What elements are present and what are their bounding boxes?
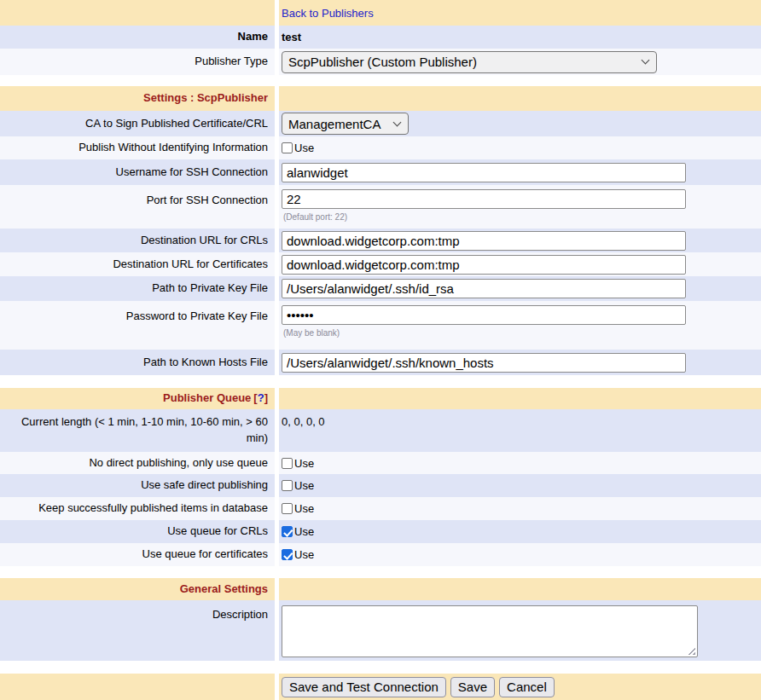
crl-url-label: Destination URL for CRLs — [0, 229, 275, 252]
key-path-label: Path to Private Key File — [0, 276, 275, 301]
keep-published-checkbox[interactable] — [282, 503, 293, 514]
anonymize-label: Publish Without Identifying Information — [0, 136, 275, 159]
queue-crls-label: Use queue for CRLs — [0, 520, 275, 543]
publisher-queue-help-link[interactable]: [?] — [253, 390, 268, 407]
no-direct-label: No direct publishing, only use queue — [0, 452, 275, 474]
empty-header-cell — [0, 0, 275, 26]
description-textarea[interactable] — [282, 605, 698, 657]
queue-crls-checkbox[interactable] — [282, 526, 293, 537]
safe-direct-checkbox[interactable] — [282, 480, 293, 491]
row-name: Name test — [0, 26, 761, 49]
publisher-queue-title: Publisher Queue — [163, 390, 251, 407]
row-key-password: Password to Private Key File (May be bla… — [0, 301, 761, 350]
ssh-port-label: Port for SSH Connection — [0, 185, 275, 229]
spacer — [0, 566, 761, 578]
row-publisher-type: Publisher Type ScpPublisher (Custom Publ… — [0, 49, 761, 75]
row-queue-certs: Use queue for certificates Use — [0, 543, 761, 566]
queue-certs-label: Use queue for certificates — [0, 543, 275, 566]
keep-published-label: Keep successfully published items in dat… — [0, 497, 275, 520]
key-password-input[interactable] — [282, 305, 686, 325]
row-ssh-username: Username for SSH Connection — [0, 159, 761, 185]
publisher-type-selected-value: ScpPublisher (Custom Publisher) — [288, 55, 477, 69]
row-no-direct: No direct publishing, only use queue Use — [0, 452, 761, 474]
publisher-type-select[interactable]: ScpPublisher (Custom Publisher) — [282, 51, 657, 73]
ssh-port-note: (Default port: 22) — [283, 212, 347, 222]
no-direct-checkbox[interactable] — [282, 458, 293, 469]
row-crl-url: Destination URL for CRLs — [0, 229, 761, 252]
safe-direct-label: Use safe direct publishing — [0, 474, 275, 497]
known-hosts-label: Path to Known Hosts File — [0, 350, 275, 375]
publisher-type-label: Publisher Type — [0, 49, 275, 75]
current-length-value: 0, 0, 0, 0 — [279, 409, 761, 452]
row-description: Description — [0, 600, 761, 661]
row-actions: Save and Test Connection Save Cancel — [0, 674, 761, 700]
no-direct-checkbox-label: Use — [294, 457, 314, 470]
ca-sign-select[interactable]: ManagementCA — [282, 113, 409, 135]
safe-direct-checkbox-label: Use — [294, 479, 314, 492]
known-hosts-input[interactable] — [282, 353, 686, 373]
name-value: test — [279, 26, 761, 49]
back-to-publishers-link[interactable]: Back to Publishers — [282, 7, 374, 20]
row-current-length: Current length (< 1 min, 1-10 min, 10-60… — [0, 409, 761, 452]
ca-sign-label: CA to Sign Published Certificate/CRL — [0, 111, 275, 136]
keep-published-checkbox-label: Use — [294, 502, 314, 515]
crl-url-input[interactable] — [282, 231, 686, 251]
row-key-path: Path to Private Key File — [0, 276, 761, 301]
cert-url-label: Destination URL for Certificates — [0, 252, 275, 276]
save-and-test-button[interactable]: Save and Test Connection — [282, 677, 446, 697]
spacer — [0, 375, 761, 388]
name-label: Name — [0, 26, 275, 49]
anonymize-checkbox[interactable] — [282, 142, 293, 153]
cert-url-input[interactable] — [282, 255, 686, 275]
publisher-edit-page: Back to Publishers Name test Publisher T… — [0, 0, 761, 700]
row-scp-settings-header: Settings : ScpPublisher — [0, 86, 761, 111]
ssh-username-input[interactable] — [282, 163, 686, 182]
row-keep-published: Keep successfully published items in dat… — [0, 497, 761, 520]
row-general-header: General Settings — [0, 578, 761, 600]
ca-sign-selected-value: ManagementCA — [288, 117, 380, 131]
queue-certs-checkbox-label: Use — [294, 548, 314, 561]
ssh-port-input[interactable] — [282, 189, 686, 209]
anonymize-checkbox-label: Use — [294, 142, 314, 154]
row-known-hosts: Path to Known Hosts File — [0, 350, 761, 375]
spacer — [0, 75, 761, 86]
general-settings-title: General Settings — [180, 581, 268, 598]
row-back-link: Back to Publishers — [0, 0, 761, 26]
scp-settings-title: Settings : ScpPublisher — [143, 90, 268, 107]
chevron-down-icon — [393, 118, 402, 126]
cancel-button[interactable]: Cancel — [499, 677, 555, 697]
save-button[interactable]: Save — [450, 677, 495, 697]
chevron-down-icon — [642, 56, 650, 65]
queue-crls-checkbox-label: Use — [294, 525, 314, 538]
empty-footer-cell — [0, 674, 275, 700]
key-path-input[interactable] — [282, 279, 686, 298]
row-queue-crls: Use queue for CRLs Use — [0, 520, 761, 543]
spacer — [0, 661, 761, 674]
row-anonymize: Publish Without Identifying Information … — [0, 136, 761, 159]
current-length-label: Current length (< 1 min, 1-10 min, 10-60… — [0, 409, 275, 452]
row-cert-url: Destination URL for Certificates — [0, 252, 761, 276]
row-queue-header: Publisher Queue [?] — [0, 388, 761, 409]
row-ssh-port: Port for SSH Connection (Default port: 2… — [0, 185, 761, 229]
key-password-label: Password to Private Key File — [0, 301, 275, 350]
row-ca-sign: CA to Sign Published Certificate/CRL Man… — [0, 111, 761, 136]
description-label: Description — [0, 600, 275, 661]
queue-certs-checkbox[interactable] — [282, 549, 293, 560]
ssh-username-label: Username for SSH Connection — [0, 159, 275, 185]
row-safe-direct: Use safe direct publishing Use — [0, 474, 761, 497]
key-password-note: (May be blank) — [283, 328, 340, 338]
